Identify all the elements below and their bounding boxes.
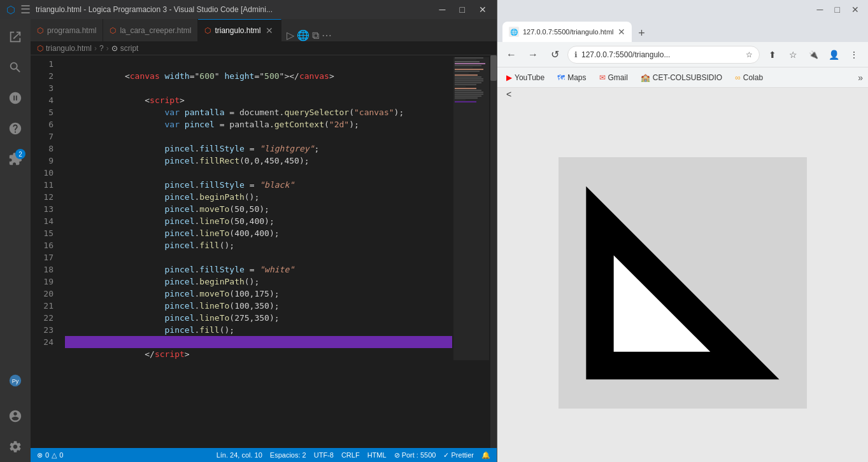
- browser-tab-bar: 🌐 127.0.0.7:5500/triangulo.html ✕ +: [497, 19, 868, 42]
- html-icon-2: ⬡: [110, 26, 116, 35]
- share-btn[interactable]: ⬆: [764, 46, 781, 64]
- status-left: ⊗ 0 △ 0: [37, 451, 63, 459]
- address-text: 127.0.0.7:5500/triangulo...: [581, 50, 742, 59]
- activity-python[interactable]: Py: [0, 365, 31, 396]
- bookmark-cet-label: CET-COLSUBSIDIO: [653, 73, 722, 82]
- status-errors[interactable]: ⊗ 0 △ 0: [37, 451, 63, 459]
- bookmarks-more-btn[interactable]: »: [858, 73, 863, 83]
- breadcrumb-sep2: ›: [106, 44, 109, 53]
- bookmark-youtube[interactable]: ▶ YouTube: [502, 72, 548, 83]
- split-editor-btn[interactable]: ⧉: [312, 30, 319, 41]
- browser-minimize-btn[interactable]: ─: [813, 3, 827, 16]
- colab-icon: ∞: [735, 73, 741, 82]
- tab-programa-label: programa.html: [47, 26, 96, 35]
- scrollbar[interactable]: [490, 55, 497, 448]
- forward-btn[interactable]: →: [524, 46, 542, 64]
- activity-explorer[interactable]: [0, 22, 31, 52]
- port-text: Port : 5500: [402, 451, 436, 459]
- open-browser-btn[interactable]: 🌐: [297, 29, 309, 41]
- activity-search[interactable]: [0, 52, 31, 83]
- code-line-24: </script>: [65, 336, 452, 348]
- status-eol[interactable]: CRLF: [341, 451, 360, 459]
- browser-menu-btn[interactable]: ⋮: [845, 46, 863, 64]
- cet-icon: 🏫: [641, 73, 650, 82]
- extensions-badge: 2: [15, 149, 25, 159]
- code-line-1: <canvas width="600" height="500"></canva…: [65, 58, 452, 70]
- browser-back-arrow[interactable]: <: [504, 88, 514, 102]
- activity-settings[interactable]: [0, 431, 31, 462]
- browser-tab-label: 127.0.0.7:5500/triangulo.html: [523, 28, 614, 36]
- activity-account[interactable]: [0, 401, 31, 431]
- activity-debug[interactable]: [0, 113, 31, 144]
- error-count: 0: [45, 451, 49, 459]
- minimize-btn[interactable]: ─: [436, 3, 450, 16]
- bookmark-gmail-label: Gmail: [608, 73, 628, 82]
- port-icon: ⊘: [394, 451, 400, 459]
- browser-tab-active[interactable]: 🌐 127.0.0.7:5500/triangulo.html ✕: [502, 22, 632, 42]
- tab-programa[interactable]: ⬡ programa.html: [31, 19, 103, 41]
- bookmark-colab[interactable]: ∞ Colab: [731, 72, 767, 83]
- extension-icon1[interactable]: 🔌: [804, 46, 822, 64]
- vscode-icon: ⬡: [6, 4, 15, 16]
- activity-extensions[interactable]: 2: [0, 144, 31, 174]
- maps-icon: 🗺: [557, 73, 565, 82]
- status-prettier[interactable]: ✓ Prettier: [443, 451, 474, 459]
- run-btn[interactable]: ▷: [287, 29, 294, 41]
- status-notifications[interactable]: 🔔: [481, 451, 490, 459]
- status-language[interactable]: HTML: [367, 451, 387, 459]
- more-actions-btn[interactable]: ⋯: [322, 29, 332, 41]
- browser-nav: ← → ↺ ℹ 127.0.0.7:5500/triangulo... ☆ ⬆ …: [497, 42, 868, 67]
- youtube-icon: ▶: [506, 73, 512, 82]
- gmail-icon: ✉: [599, 73, 606, 82]
- bookmark-gmail[interactable]: ✉ Gmail: [595, 72, 632, 83]
- titlebar-text: triangulo.html - Logica Programacion 3 -…: [36, 5, 430, 14]
- svg-text:Py: Py: [12, 378, 19, 384]
- breadcrumb-file: triangulo.html: [46, 44, 92, 53]
- address-bar[interactable]: ℹ 127.0.0.7:5500/triangulo... ☆: [567, 46, 760, 64]
- scroll-thumb[interactable]: [490, 55, 497, 81]
- tab-triangulo[interactable]: ⬡ triangulo.html ✕: [198, 19, 281, 41]
- breadcrumb-scope: ⊙: [111, 44, 118, 53]
- bookmark-maps[interactable]: 🗺 Maps: [553, 72, 590, 83]
- back-btn[interactable]: ←: [502, 46, 520, 64]
- browser-titlebar: ─ □ ✕: [497, 0, 868, 19]
- status-encoding[interactable]: UTF-8: [314, 451, 334, 459]
- tab-triangulo-close[interactable]: ✕: [264, 25, 274, 36]
- activity-git[interactable]: [0, 83, 31, 113]
- bookmark-btn[interactable]: ☆: [784, 46, 802, 64]
- breadcrumb-scope1: ?: [99, 44, 104, 53]
- tab-creeper[interactable]: ⬡ la_cara_creeper.html: [103, 19, 198, 41]
- browser-tab-close[interactable]: ✕: [618, 27, 625, 37]
- browser-close-btn[interactable]: ✕: [848, 3, 863, 16]
- status-right: Lín. 24, col. 10 Espacios: 2 UTF-8 CRLF …: [217, 451, 490, 459]
- maximize-btn[interactable]: □: [456, 3, 469, 16]
- status-port[interactable]: ⊘ Port : 5500: [394, 451, 436, 459]
- code-editor: 12345 678910 1112131415 1617181920 21222…: [31, 55, 497, 448]
- breadcrumb-file-icon: ⬡: [37, 44, 43, 53]
- canvas-preview: [559, 157, 807, 409]
- browser-new-tab-btn[interactable]: +: [633, 24, 651, 42]
- breadcrumb-script: script: [120, 44, 139, 53]
- bookmark-maps-label: Maps: [567, 73, 586, 82]
- code-line-7: pincel.fillStyle = "lightgrey";: [65, 130, 452, 143]
- titlebar-controls: ─ □ ✕: [436, 3, 490, 16]
- code-lines[interactable]: <canvas width="600" height="500"></canva…: [59, 55, 452, 448]
- menu-icon[interactable]: ☰: [20, 3, 31, 17]
- status-spaces[interactable]: Espacios: 2: [270, 451, 306, 459]
- address-star-icon[interactable]: ☆: [746, 50, 753, 59]
- close-btn[interactable]: ✕: [475, 3, 490, 16]
- activity-bar: 2 Py: [0, 19, 31, 462]
- status-bar: ⊗ 0 △ 0 Lín. 24, col. 10 Espacios: 2 UTF…: [31, 448, 497, 462]
- nav-extra-icons: ⬆ ☆ 🔌 👤 ⋮: [764, 46, 863, 64]
- bookmark-cet[interactable]: 🏫 CET-COLSUBSIDIO: [637, 72, 726, 83]
- minimap: [452, 55, 490, 448]
- status-line-col[interactable]: Lín. 24, col. 10: [217, 451, 262, 459]
- browser-content: <: [497, 88, 868, 462]
- tabs-bar: ⬡ programa.html ⬡ la_cara_creeper.html ⬡…: [31, 19, 497, 41]
- reload-btn[interactable]: ↺: [546, 46, 564, 64]
- code-line-17: pincel.fillStyle = "white": [65, 251, 452, 263]
- browser-profile-btn[interactable]: 👤: [825, 46, 843, 64]
- browser-maximize-btn[interactable]: □: [831, 3, 844, 16]
- bookmark-youtube-label: YouTube: [515, 73, 544, 82]
- warning-count: 0: [59, 451, 63, 459]
